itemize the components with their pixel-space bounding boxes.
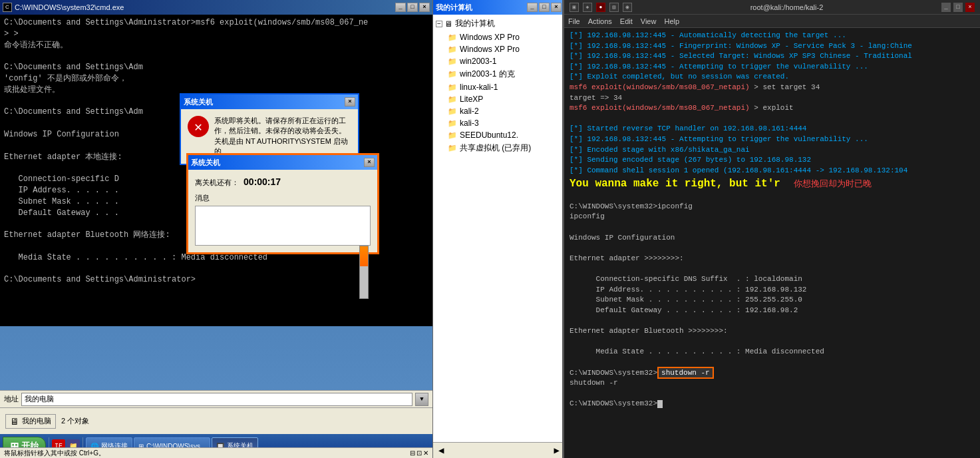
tree-item-8[interactable]: 📁 kali-3 xyxy=(434,117,563,129)
cmd-title-label: C:\WINDOWS\system32\cmd.exe xyxy=(15,3,124,11)
kali-icon-2: ◈ xyxy=(583,3,592,12)
kali-line-1: [*] 192.168.98.132:445 - Automatically d… xyxy=(570,31,975,41)
kali-blank-7 xyxy=(570,337,975,347)
menu-edit[interactable]: Edit xyxy=(620,17,633,25)
countdown-titlebar: 系统关机 × xyxy=(188,155,377,170)
kali-blank-3 xyxy=(570,222,975,233)
kali-prompt-cmd-2: > exploit xyxy=(750,104,794,112)
cmd-maximize-btn[interactable]: □ xyxy=(407,3,418,12)
tree-item-2[interactable]: 📁 Windows XP Pro xyxy=(434,43,563,55)
countdown-scrollbar[interactable] xyxy=(359,246,369,299)
hint-bar: 将鼠标指针移入其中或按 Ctrl+G。 ⊟ ⊡ ✕ xyxy=(0,447,432,458)
cmd-line-3: 命令语法不正确。 xyxy=(4,40,428,51)
tree-item-5[interactable]: 📁 linux-kali-1 xyxy=(434,81,563,93)
tree-item-10[interactable]: 📁 共享虚拟机 (已弃用) xyxy=(434,141,563,155)
kali-line-11: [*] Encoded stage with x86/shikata_ga_na… xyxy=(570,145,975,156)
fm-close-btn[interactable]: × xyxy=(551,3,562,12)
fm-nav-bar: ◀ ▶ xyxy=(433,442,565,458)
address-dropdown-btn[interactable]: ▼ xyxy=(415,393,428,406)
root-icon: 🖥 xyxy=(444,19,452,29)
tree-item-9[interactable]: 📁 SEEDUbuntu12. xyxy=(434,129,563,141)
countdown-close-btn[interactable]: × xyxy=(364,158,375,167)
kali-line-20: Subnet Mask . . . . . . . . . . : 255.25… xyxy=(570,295,975,306)
folder-icon-2: 📁 xyxy=(448,45,457,54)
shutdown-close-btn[interactable]: × xyxy=(345,97,355,107)
resize-icon-3: ✕ xyxy=(423,449,428,457)
error-icon: ✕ xyxy=(188,116,209,137)
kali-line-12: [*] Sending encoded stage (267 bytes) to… xyxy=(570,155,975,166)
tree-item-6[interactable]: 📁 LiteXP xyxy=(434,93,563,105)
tree-item-label-5: linux-kali-1 xyxy=(460,83,498,92)
kali-line-13: [*] Command shell session 1 opened (192.… xyxy=(570,166,975,176)
kali-line-21: Default Gateway . . . . . . . . : 192.16… xyxy=(570,306,975,316)
countdown-dialog: 系统关机 × 离关机还有： 00:00:17 消息 xyxy=(186,153,379,254)
cmd-line-2: > > xyxy=(4,29,428,40)
my-computer-icon: 🖥 xyxy=(10,416,19,427)
cmd-close-btn[interactable]: × xyxy=(419,3,430,12)
file-manager-titlebar: 我的计算机 _ □ × xyxy=(433,0,564,15)
tree-item-3[interactable]: 📁 win2003-1 xyxy=(434,55,563,67)
kali-line-24: C:\WINDOWS\system32>shutdown -r xyxy=(570,368,975,379)
kali-maximize-btn[interactable]: □ xyxy=(953,3,963,12)
kali-line-23: Media State . . . . . . . . . . : Media … xyxy=(570,347,975,357)
kali-blank-5 xyxy=(570,264,975,275)
menu-file[interactable]: File xyxy=(568,17,580,25)
countdown-timer-label: 离关机还有： xyxy=(195,178,239,186)
kali-line-highlight: You wanna make it right, but it'r你想挽回却为时… xyxy=(570,176,975,192)
cmd-minimize-btn[interactable]: _ xyxy=(395,3,406,12)
folder-icon-4: 📁 xyxy=(448,70,457,79)
tree-item-label-1: Windows XP Pro xyxy=(460,33,520,42)
kali-line-16: Windows IP Configuration xyxy=(570,233,975,244)
cursor-block xyxy=(657,400,663,408)
address-input[interactable] xyxy=(21,393,412,406)
tree-item-4[interactable]: 📁 win2003-1 的克 xyxy=(434,67,563,81)
file-manager-title: 我的计算机 xyxy=(436,3,472,13)
cmd-title-buttons: _ □ × xyxy=(395,3,430,12)
hint-resize-btns: ⊟ ⊡ ✕ xyxy=(410,449,428,457)
cmd-line-1: C:\Documents and Settings\Administrator>… xyxy=(4,17,428,29)
folder-icon-9: 📁 xyxy=(448,131,457,140)
fm-back-btn[interactable]: ◀ xyxy=(438,445,444,456)
tree-item-label-4: win2003-1 的克 xyxy=(460,69,515,80)
kali-terminal-panel: ▣ ◈ ● ▤ ◉ root@kali:/home/kali-2 _ □ × F… xyxy=(564,0,980,458)
menu-help[interactable]: Help xyxy=(664,17,679,25)
kali-line-5: [*] Exploit completed, but no session wa… xyxy=(570,72,975,83)
kali-close-btn[interactable]: × xyxy=(965,3,975,12)
address-label: 地址 xyxy=(4,394,19,404)
kali-icon-3: ● xyxy=(596,3,605,12)
kali-line-3: [*] 192.168.98.132:445 - Selected Target… xyxy=(570,51,975,62)
folder-icon-8: 📁 xyxy=(448,119,457,128)
object-count: 2 个对象 xyxy=(61,416,89,426)
fm-title-buttons: _ □ × xyxy=(527,3,562,12)
menu-actions[interactable]: Actions xyxy=(588,17,612,25)
countdown-msg-label: 消息 xyxy=(195,193,371,203)
kali-line-7: target => 34 xyxy=(570,93,975,104)
fm-maximize-btn[interactable]: □ xyxy=(539,3,550,12)
tree-item-label-3: win2003-1 xyxy=(460,57,496,66)
kali-minimize-btn[interactable]: _ xyxy=(941,3,951,12)
tree-item-label-10: 共享虚拟机 (已弃用) xyxy=(460,142,531,154)
kali-line-26: C:\WINDOWS\system32> xyxy=(570,399,975,409)
kali-line-25: shutdown -r xyxy=(570,378,975,389)
kali-line-6: msf6 exploit(windows/smb/ms08_067_netapi… xyxy=(570,83,975,93)
shutdown-dialog-titlebar: 系统关机 × xyxy=(181,95,358,109)
kali-icon-4: ▤ xyxy=(609,3,619,12)
fm-forward-btn[interactable]: ▶ xyxy=(554,445,560,456)
countdown-title-label: 系统关机 xyxy=(191,158,220,168)
tree-item-7[interactable]: 📁 kali-2 xyxy=(434,105,563,117)
kali-prompt-cmd-1: > set target 34 xyxy=(750,83,820,91)
kali-line-15: ipconfig xyxy=(570,212,975,222)
kali-line-22: Ethernet adapter Bluetooth >>>>>>>>: xyxy=(570,326,975,337)
root-collapse[interactable]: − xyxy=(436,21,442,27)
tree-item-1[interactable]: 📁 Windows XP Pro xyxy=(434,31,563,43)
kali-line-10: [*] 192.168.98.132:445 - Attempting to t… xyxy=(570,134,975,145)
tree-item-label-2: Windows XP Pro xyxy=(460,45,520,54)
tree-item-label-8: kali-3 xyxy=(460,118,479,128)
menu-view[interactable]: View xyxy=(641,17,657,25)
countdown-timer: 00:00:17 xyxy=(244,176,281,187)
file-tree: − 🖥 我的计算机 📁 Windows XP Pro 📁 Windows XP … xyxy=(433,15,564,156)
resize-icon-1: ⊟ xyxy=(410,449,415,457)
tree-item-label-9: SEEDUbuntu12. xyxy=(460,130,518,140)
tree-item-label-7: kali-2 xyxy=(460,107,479,116)
fm-minimize-btn[interactable]: _ xyxy=(527,3,538,12)
